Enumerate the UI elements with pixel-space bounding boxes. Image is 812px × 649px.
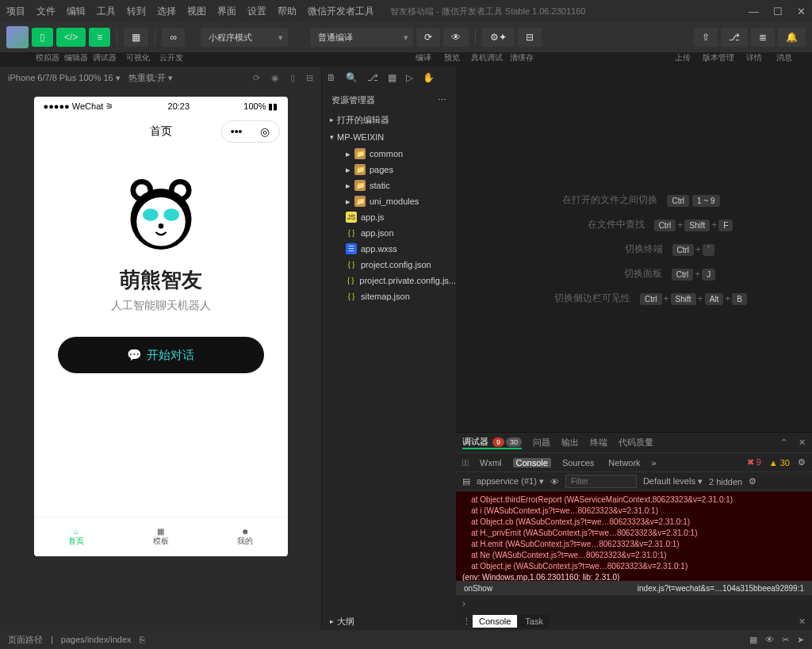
source-link[interactable]: index.js?t=wechat&s=…104a315bbeea92899:1 xyxy=(638,584,804,593)
drawer-close-icon[interactable]: ✕ xyxy=(799,617,806,627)
menu-interface[interactable]: 界面 xyxy=(217,5,236,18)
menu-project[interactable]: 项目 xyxy=(6,5,25,18)
cloud-toggle[interactable]: ∞ xyxy=(162,28,185,47)
menu-file[interactable]: 文件 xyxy=(36,5,56,18)
tab-terminal[interactable]: 终端 xyxy=(590,437,607,449)
sim-refresh-icon[interactable]: ⟳ xyxy=(253,73,260,83)
folder-pages[interactable]: ▸ 📁pages xyxy=(322,162,456,178)
status-chip-icon[interactable]: ▦ xyxy=(749,635,757,645)
message-button[interactable]: 🔔 xyxy=(778,28,806,47)
folder-static[interactable]: ▸ 📁static xyxy=(322,178,456,193)
upload-button[interactable]: ⇧ xyxy=(694,28,718,47)
sim-record-icon[interactable]: ◉ xyxy=(271,73,279,83)
search-icon[interactable]: 🔍 xyxy=(346,72,358,83)
menu-goto[interactable]: 转到 xyxy=(127,5,146,18)
remote-debug-button[interactable]: ⚙✦ xyxy=(482,28,515,47)
console-settings-icon[interactable]: ⚙ xyxy=(749,476,756,487)
menu-tools[interactable]: 工具 xyxy=(97,5,116,18)
status-arrow-icon[interactable]: ➤ xyxy=(797,635,804,645)
filter-input[interactable] xyxy=(565,475,637,488)
status-cut-icon[interactable]: ✂ xyxy=(782,635,789,645)
tab-mine[interactable]: ☻我的 xyxy=(203,517,288,556)
console-entry[interactable]: onShow index.js?t=wechat&s=…104a315bbeea… xyxy=(456,581,812,595)
devtools-close-icon[interactable]: ✕ xyxy=(799,437,806,448)
settings-icon[interactable]: ⚙ xyxy=(798,457,806,468)
context-selector[interactable]: appservice (#1) ▾ xyxy=(477,476,544,487)
drawer-menu-icon[interactable]: ⋮ xyxy=(462,617,471,627)
tab-template[interactable]: ▦模板 xyxy=(118,517,203,556)
menu-view[interactable]: 视图 xyxy=(187,5,206,18)
close-button[interactable]: ✕ xyxy=(797,6,806,17)
file-project-private[interactable]: { }project.private.config.js... xyxy=(322,273,456,288)
drawer-tab-console[interactable]: Console xyxy=(473,615,517,628)
clear-cache-button[interactable]: ⊟ xyxy=(518,28,542,47)
debugger-toggle[interactable]: ≡ xyxy=(89,28,110,47)
live-expression-icon[interactable]: 👁 xyxy=(550,477,559,487)
file-sitemap[interactable]: { }sitemap.json xyxy=(322,288,456,304)
subtab-network[interactable]: Network xyxy=(605,458,643,468)
copy-path-icon[interactable]: ⎘ xyxy=(140,635,145,644)
shortcut-label: 在文件中查找 xyxy=(534,218,645,231)
tab-debugger[interactable]: 调试器 930 xyxy=(462,436,522,449)
tab-quality[interactable]: 代码质量 xyxy=(619,437,653,449)
menu-devtools[interactable]: 微信开发者工具 xyxy=(308,5,374,18)
editor-toggle[interactable]: </> xyxy=(56,28,86,47)
levels-dropdown[interactable]: Default levels ▾ xyxy=(643,476,703,487)
mini-capsule[interactable]: ••• ◎ xyxy=(221,120,280,143)
folder-common[interactable]: ▸ 📁common xyxy=(322,146,456,162)
status-eye-icon[interactable]: 👁 xyxy=(765,635,774,644)
details-button[interactable]: ≣ xyxy=(751,28,775,47)
preview-button[interactable]: 👁 xyxy=(443,28,469,47)
compile-dropdown[interactable]: 普通编译 xyxy=(310,28,413,47)
subtab-console[interactable]: Console xyxy=(513,458,551,468)
open-editors-section[interactable]: 打开的编辑器 xyxy=(322,111,456,128)
page-path[interactable]: pages/index/index xyxy=(61,635,132,644)
explorer-more-icon[interactable]: ⋯ xyxy=(438,95,446,105)
extensions-icon[interactable]: ▦ xyxy=(388,72,396,83)
more-tabs-icon[interactable]: » xyxy=(652,458,657,468)
menu-edit[interactable]: 编辑 xyxy=(67,5,86,18)
file-project-config[interactable]: { }project.config.json xyxy=(322,257,456,273)
file-app-wxss[interactable]: ☰app.wxss xyxy=(322,241,456,257)
hidden-label[interactable]: 2 hidden xyxy=(709,477,742,487)
tab-home[interactable]: ⌂首页 xyxy=(34,517,119,556)
hot-reload-toggle[interactable]: 热重载:开 ▾ xyxy=(128,72,173,84)
project-root[interactable]: MP-WEIXIN xyxy=(322,128,456,146)
subtab-wxml[interactable]: Wxml xyxy=(477,458,505,468)
label-visual: 可视化 xyxy=(125,52,151,67)
debug-icon[interactable]: ▷ xyxy=(406,72,413,83)
devtools-collapse-icon[interactable]: ⌃ xyxy=(780,437,787,448)
capsule-menu-icon[interactable]: ••• xyxy=(231,125,243,138)
tab-problems[interactable]: 问题 xyxy=(533,437,550,449)
mode-dropdown[interactable]: 小程序模式 xyxy=(201,28,288,47)
sim-device-icon[interactable]: ▯ xyxy=(290,73,295,83)
console-prompt[interactable]: › xyxy=(456,595,812,613)
simulator-toggle[interactable]: ▯ xyxy=(32,28,53,47)
file-app-json[interactable]: { }app.json xyxy=(322,225,456,241)
sim-more-icon[interactable]: ⊟ xyxy=(306,73,313,83)
hand-icon[interactable]: ✋ xyxy=(423,72,435,83)
start-chat-button[interactable]: 💬 开始对话 xyxy=(58,337,264,373)
folder-uni-modules[interactable]: ▸ 📁uni_modules xyxy=(322,193,456,209)
menu-select[interactable]: 选择 xyxy=(157,5,176,18)
subtab-sources[interactable]: Sources xyxy=(559,458,597,468)
sidebar-toggle-icon[interactable]: ▤ xyxy=(462,476,470,487)
source-control-icon[interactable]: ⎇ xyxy=(367,72,378,83)
device-selector[interactable]: iPhone 6/7/8 Plus 100% 16 ▾ xyxy=(8,73,121,83)
menu-help[interactable]: 帮助 xyxy=(278,5,297,18)
version-button[interactable]: ⎇ xyxy=(721,28,748,47)
outline-section[interactable]: 大纲 xyxy=(322,613,456,630)
compile-button[interactable]: ⟳ xyxy=(416,28,440,47)
user-avatar[interactable] xyxy=(6,26,29,48)
tab-output[interactable]: 输出 xyxy=(561,437,579,449)
maximize-button[interactable]: ☐ xyxy=(773,6,783,17)
explorer-icon[interactable]: 🗎 xyxy=(327,72,336,83)
minimize-button[interactable]: — xyxy=(749,6,759,17)
inspect-icon[interactable]: �⃞ xyxy=(462,458,469,468)
file-app-js[interactable]: JSapp.js xyxy=(322,209,456,225)
visual-toggle[interactable]: ▦ xyxy=(124,28,148,47)
console-output[interactable]: at Object.thirdErrorReport (WAServiceMai… xyxy=(456,491,812,581)
drawer-tab-task[interactable]: Task xyxy=(519,615,550,628)
capsule-close-icon[interactable]: ◎ xyxy=(260,125,270,138)
menu-settings[interactable]: 设置 xyxy=(247,5,266,18)
